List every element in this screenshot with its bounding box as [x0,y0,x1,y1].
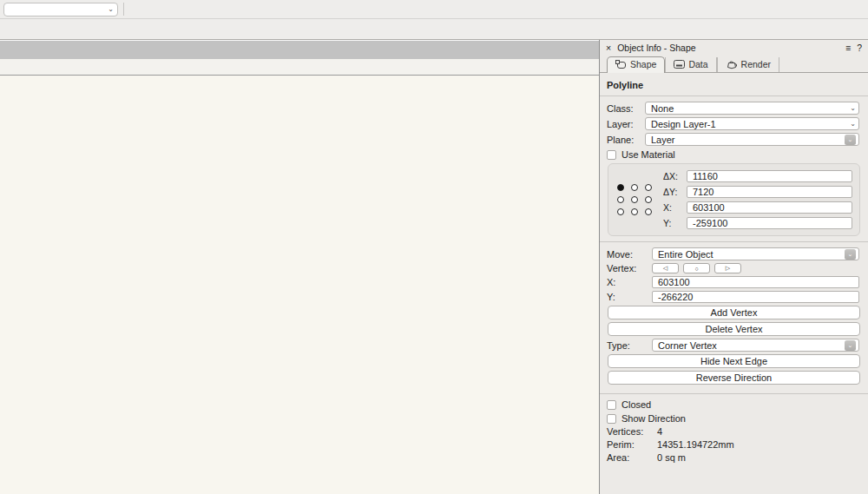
add-vertex-button[interactable]: Add Vertex [608,306,860,319]
object-info-tabs: Shape Data Render [600,55,868,73]
plane-select[interactable]: Layer ⌄ [645,133,859,146]
point-icon: ○ [694,266,698,272]
reverse-direction-button[interactable]: Reverse Direction [608,371,860,385]
panel-title: Object Info - Shape [617,43,695,53]
chevron-down-icon: ⌄ [108,5,114,13]
help-icon[interactable]: ? [857,43,862,53]
x-field[interactable]: 603100 [687,201,852,214]
close-icon[interactable]: × [606,43,611,53]
drawing-canvas[interactable] [0,76,599,494]
y-field[interactable]: -259100 [687,217,852,229]
chevron-down-icon: ⌄ [850,120,856,128]
shape-tab-icon [615,60,627,69]
vertices-label: Vertices: [607,426,657,437]
tab-data[interactable]: Data [665,57,716,72]
document-style-combo[interactable]: ⌄ [3,3,118,16]
layer-select[interactable]: Design Layer-1 ⌄ [645,117,859,130]
area-label: Area: [607,452,657,463]
vertex-y-label: Y: [607,292,652,302]
vertex-point-button[interactable]: ○ [683,263,710,273]
tab-render[interactable]: Render [717,57,779,72]
show-direction-label: Show Direction [621,413,686,424]
x-label: X: [663,202,687,213]
render-tab-icon [726,60,738,69]
object-info-panel: × Object Info - Shape ≡ ? Shape Data Ren… [599,40,868,494]
previous-vertex-button[interactable]: ◁ [652,263,679,273]
next-vertex-button[interactable]: ▷ [714,263,741,273]
area-value: 0 sq m [657,452,686,463]
object-info-header: × Object Info - Shape ≡ ? [600,40,868,55]
document-window-titlebar [0,40,599,59]
vertex-x-field[interactable]: 603100 [652,276,859,288]
toolbar-row-2 [0,19,868,40]
hide-next-edge-button[interactable]: Hide Next Edge [608,354,860,368]
triangle-left-icon: ◁ [663,265,667,272]
horizontal-ruler [0,59,599,76]
class-select[interactable]: None ⌄ [645,102,859,115]
y-label: Y: [663,218,687,228]
triangle-right-icon: ▷ [726,265,730,272]
chevron-down-icon: ⌄ [845,249,856,260]
move-label: Move: [607,249,652,260]
layer-label: Layer: [607,119,645,129]
polyline-drawing [0,76,599,494]
chevron-down-icon: ⌄ [850,104,856,112]
use-material-label: Use Material [621,149,675,160]
perimeter-label: Perim: [607,439,657,450]
delete-vertex-button[interactable]: Delete Vertex [608,322,860,336]
toolbar-row-1: ⌄ [0,0,868,19]
vertex-x-label: X: [607,277,652,287]
class-label: Class: [607,103,645,114]
chevron-down-icon: ⌄ [845,135,856,145]
type-label: Type: [607,340,652,351]
tab-shape[interactable]: Shape [607,56,665,73]
vertex-y-field[interactable]: -266220 [652,291,859,303]
vertices-value: 4 [657,426,662,437]
show-direction-checkbox[interactable] [607,414,616,424]
coordinates-group: ΔX: 11160 ΔY: 7120 X: 603100 Y: -259100 [608,163,860,236]
move-select[interactable]: Entire Object ⌄ [652,247,859,260]
object-info-body: Polyline Class: None ⌄ Layer: Design Lay… [600,73,868,494]
plane-label: Plane: [607,135,645,145]
perimeter-value: 14351.194722mm [657,439,734,450]
reference-point-grid[interactable] [617,184,653,216]
dx-field[interactable]: 11160 [687,170,852,182]
object-type-label: Polyline [607,80,643,90]
vertex-label: Vertex: [607,263,652,273]
menu-icon[interactable]: ≡ [845,43,851,53]
dy-label: ΔY: [663,187,687,197]
chevron-down-icon: ⌄ [845,340,856,351]
dx-label: ΔX: [663,171,687,181]
data-tab-icon [674,60,685,69]
dy-field[interactable]: 7120 [687,186,852,198]
vertex-type-select[interactable]: Corner Vertex ⌄ [652,339,859,352]
use-material-checkbox[interactable] [607,150,616,160]
closed-label: Closed [621,399,651,410]
closed-checkbox[interactable] [607,400,616,410]
toolbar-separator [123,3,124,16]
